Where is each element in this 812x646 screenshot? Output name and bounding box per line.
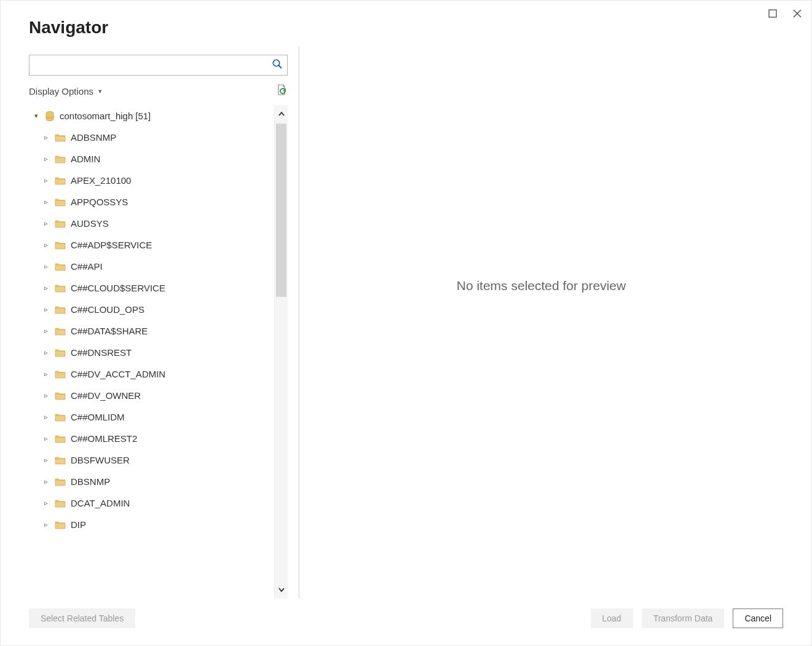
expand-icon[interactable]: ▹ [42,521,50,529]
tree-container: ▾ contosomart_high [51] ▹ADBSNMP▹ADM [29,105,288,599]
tree-item[interactable]: ▹ADBSNMP [29,127,274,148]
tree-item[interactable]: ▹DBSNMP [29,471,274,492]
folder-icon [55,327,66,336]
folder-icon [55,413,66,422]
tree-item-label: C##CLOUD$SERVICE [71,283,165,293]
expand-icon[interactable]: ▹ [42,219,50,227]
scroll-thumb[interactable] [276,124,286,297]
tree-item-label: C##ADP$SERVICE [71,240,152,250]
tree-item[interactable]: ▹C##DV_ACCT_ADMIN [29,363,274,385]
tree-item[interactable]: ▹DIP [29,514,274,535]
expand-icon[interactable]: ▹ [42,284,50,292]
tree-item[interactable]: ▹C##OMLIDM [29,406,274,428]
folder-icon [55,392,66,400]
tree-item[interactable]: ▹C##DATA$SHARE [29,320,274,342]
tree-item-label: APPQOSSYS [71,197,128,207]
expand-icon[interactable]: ▹ [42,392,50,400]
expand-icon[interactable]: ▹ [42,155,50,163]
folder-icon [55,262,66,271]
expand-icon[interactable]: ▹ [42,176,50,184]
expand-icon[interactable]: ▹ [42,262,50,270]
folder-icon [55,219,66,228]
collapse-icon[interactable]: ▾ [33,112,40,120]
select-related-tables-button[interactable]: Select Related Tables [29,609,135,628]
tree-item[interactable]: ▹ADMIN [29,148,274,170]
tree-item[interactable]: ▹C##DV_OWNER [29,385,274,406]
tree-item[interactable]: ▹C##CLOUD_OPS [29,299,274,320]
expand-icon[interactable]: ▹ [42,499,50,507]
refresh-icon[interactable] [275,84,288,98]
folder-icon [55,478,66,486]
tree-item-label: DIP [71,519,86,530]
maximize-icon[interactable] [767,8,778,19]
chevron-down-icon: ▾ [98,87,102,95]
schema-tree: ▾ contosomart_high [51] ▹ADBSNMP▹ADM [29,105,274,599]
navigator-dialog: Navigator Display Options ▾ [0,0,812,646]
tree-item[interactable]: ▹C##OMLREST2 [29,428,274,449]
tree-item-label: C##OMLREST2 [71,433,137,444]
tree-root-label: contosomart_high [60,111,133,121]
tree-item[interactable]: ▹DBSFWUSER [29,449,274,471]
folder-icon [55,435,66,443]
tree-item[interactable]: ▹AUDSYS [29,213,274,234]
dialog-header: Navigator [1,1,811,46]
svg-line-4 [279,66,282,69]
scroll-track[interactable] [275,124,288,580]
folder-icon [55,370,66,379]
folder-icon [55,133,66,142]
preview-empty-message: No items selected for preview [457,278,626,293]
tree-item-label: C##DV_ACCT_ADMIN [71,369,165,379]
expand-icon[interactable]: ▹ [42,241,50,249]
folder-icon [55,155,66,163]
search-input[interactable] [29,55,288,76]
expand-icon[interactable]: ▹ [42,349,50,356]
tree-item-label: ADMIN [71,154,100,164]
tree-item-label: DBSNMP [71,476,110,487]
scroll-up-icon[interactable] [275,105,288,124]
tree-root-count: [51] [135,111,151,121]
tree-item-label: C##API [71,261,103,272]
expand-icon[interactable]: ▹ [42,198,50,206]
expand-icon[interactable]: ▹ [42,456,50,464]
folder-icon [55,499,66,508]
search-row [29,55,288,76]
dialog-footer: Select Related Tables Load Transform Dat… [1,599,811,645]
tree-item[interactable]: ▹APPQOSSYS [29,191,274,213]
tree-item[interactable]: ▹C##DNSREST [29,342,274,363]
options-row: Display Options ▾ [29,82,288,100]
folder-icon [55,521,66,529]
tree-item[interactable]: ▹C##CLOUD$SERVICE [29,277,274,299]
load-button[interactable]: Load [591,609,633,628]
cancel-button[interactable]: Cancel [733,609,783,628]
tree-item-label: AUDSYS [71,218,109,229]
tree-item[interactable]: ▹C##API [29,256,274,277]
folder-icon [55,241,66,250]
close-icon[interactable] [792,8,803,19]
tree-item[interactable]: ▹APEX_210100 [29,170,274,191]
tree-item-label: C##CLOUD_OPS [71,304,144,315]
dialog-title: Navigator [29,18,783,37]
folder-icon [55,305,66,314]
database-icon [45,111,55,122]
display-options-dropdown[interactable]: Display Options ▾ [29,86,102,97]
window-controls [767,8,803,19]
tree-item[interactable]: ▹DCAT_ADMIN [29,492,274,514]
tree-scrollbar[interactable] [274,105,288,599]
expand-icon[interactable]: ▹ [42,305,50,313]
expand-icon[interactable]: ▹ [42,133,50,141]
search-icon[interactable] [272,58,283,72]
tree-item-label: C##DNSREST [71,347,132,358]
expand-icon[interactable]: ▹ [42,478,50,486]
folder-icon [55,198,66,207]
folder-icon [55,349,66,357]
tree-root-node[interactable]: ▾ contosomart_high [51] [29,105,274,127]
content-area: Display Options ▾ ▾ [1,46,811,599]
expand-icon[interactable]: ▹ [42,435,50,443]
scroll-down-icon[interactable] [275,580,288,599]
tree-item[interactable]: ▹C##ADP$SERVICE [29,234,274,256]
expand-icon[interactable]: ▹ [42,413,50,421]
expand-icon[interactable]: ▹ [42,370,50,378]
display-options-label: Display Options [29,86,93,97]
transform-data-button[interactable]: Transform Data [642,609,725,628]
expand-icon[interactable]: ▹ [42,327,50,335]
